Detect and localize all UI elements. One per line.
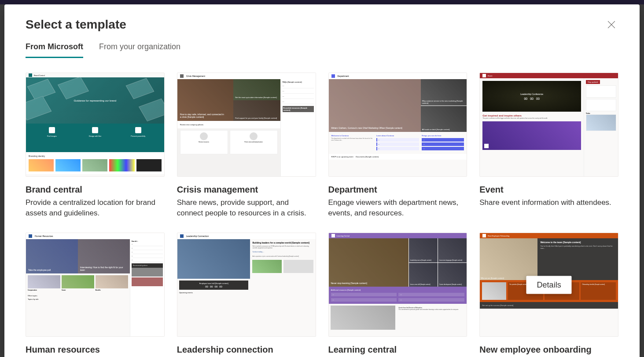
- thumb-site-title: Brand Central: [34, 74, 45, 76]
- thumb-site-title: Leadership Connection: [186, 235, 209, 237]
- template-title: Event: [479, 185, 618, 195]
- template-title: New employee onboarding: [479, 345, 618, 355]
- modal-header: Select a template: [4, 4, 640, 32]
- details-button[interactable]: Details: [526, 276, 572, 294]
- tabs: From Microsoft From your organization: [4, 32, 640, 58]
- thumb-site-title: New Employee Onboarding: [488, 235, 509, 237]
- template-title: Learning central: [328, 345, 467, 355]
- template-thumbnail: New Employee Onboarding Who we are [Samp…: [479, 233, 618, 337]
- tab-from-organization[interactable]: From your organization: [99, 42, 180, 58]
- template-description: Provide a centralized location for brand…: [26, 197, 165, 219]
- template-description: Engage viewers with department news, eve…: [328, 197, 467, 219]
- template-card-leadership-connection[interactable]: Leadership Connection Employee town hall…: [177, 233, 316, 357]
- template-thumbnail: Brand Central Guidance for representing …: [26, 73, 165, 177]
- template-card-new-employee-onboarding[interactable]: New Employee Onboarding Who we are [Samp…: [479, 233, 618, 357]
- thumb-site-title: Human Resources: [35, 235, 53, 237]
- template-title: Brand central: [26, 185, 165, 195]
- template-title: Human resources: [26, 345, 165, 355]
- template-description: Share news, provide support, and connect…: [177, 197, 316, 219]
- template-card-department[interactable]: Department Miriam Graham, Contoso's new …: [328, 73, 467, 220]
- template-thumbnail: Crisis Management How to stay safe, info…: [177, 73, 316, 177]
- template-grid: Brand Central Guidance for representing …: [4, 58, 640, 357]
- template-card-brand-central[interactable]: Brand Central Guidance for representing …: [26, 73, 165, 220]
- template-card-event[interactable]: Event Leadership Conference 000000 Get i…: [479, 73, 618, 220]
- template-thumbnail: Leadership Connection Employee town hall…: [177, 233, 316, 337]
- thumb-site-title: Learning Central: [337, 235, 350, 237]
- template-title: Crisis management: [177, 185, 316, 195]
- template-thumbnail: Human Resources Take the employee poll I…: [26, 233, 165, 337]
- thumb-site-title: Crisis Management: [186, 75, 205, 77]
- template-title: Department: [328, 185, 467, 195]
- template-thumbnail: Event Leadership Conference 000000 Get i…: [479, 73, 618, 177]
- template-selector-modal: Select a template From Microsoft From yo…: [4, 4, 640, 357]
- close-button[interactable]: [604, 18, 618, 32]
- modal-title: Select a template: [26, 18, 618, 32]
- template-thumbnail: Learning Central Never stop learning [Sa…: [328, 233, 467, 337]
- close-icon: [607, 21, 615, 29]
- thumb-site-title: Event: [488, 75, 492, 77]
- template-title: Leadership connection: [177, 345, 316, 355]
- template-card-human-resources[interactable]: Human Resources Take the employee poll I…: [26, 233, 165, 357]
- tab-from-microsoft[interactable]: From Microsoft: [26, 42, 83, 58]
- template-card-crisis-management[interactable]: Crisis Management How to stay safe, info…: [177, 73, 316, 220]
- template-description: Share event information with attendees.: [479, 197, 618, 208]
- thumb-site-title: Department: [338, 75, 349, 77]
- template-thumbnail: Department Miriam Graham, Contoso's new …: [328, 73, 467, 177]
- template-card-learning-central[interactable]: Learning Central Never stop learning [Sa…: [328, 233, 467, 357]
